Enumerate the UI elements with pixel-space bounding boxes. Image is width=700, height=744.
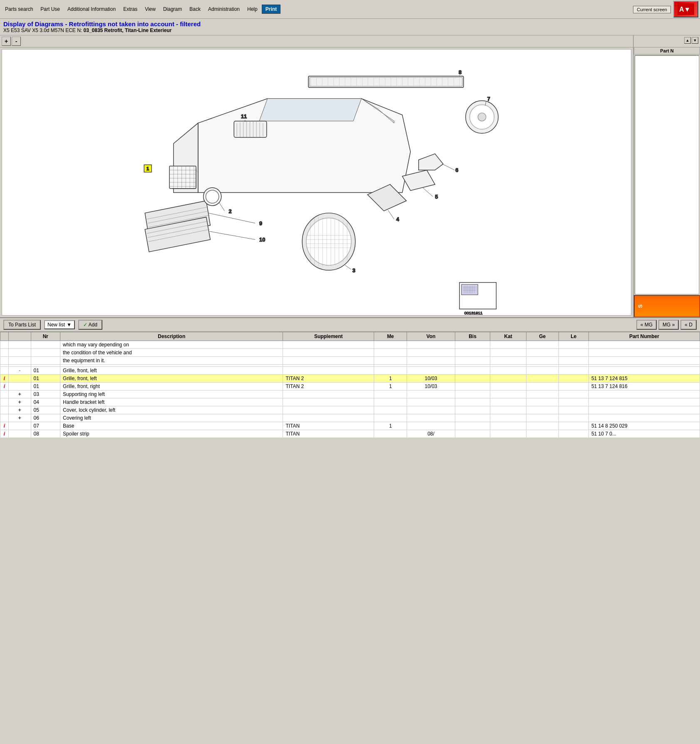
table-row[interactable]: i08Spoiler stripTITAN08/51 10 7 0... [0, 430, 700, 438]
table-row[interactable]: i07BaseTITAN151 14 8 250 029 [0, 422, 700, 430]
zoom-out-button[interactable]: - [12, 37, 21, 46]
row-icon [0, 398, 9, 406]
svg-text:4: 4 [396, 216, 400, 222]
plus-icon: + [18, 407, 21, 413]
parts-table-container: Nr Description Supplement Me Von Bis Kat… [0, 332, 700, 438]
row-supplement [283, 367, 374, 375]
svg-text:1: 1 [146, 166, 149, 171]
row-icon: i [0, 422, 9, 430]
svg-point-87 [306, 218, 351, 265]
menu-parts-search[interactable]: Parts search [2, 5, 36, 13]
row-nr: 04 [31, 398, 60, 406]
col-part-number: Part Number [588, 332, 700, 341]
svg-text:5: 5 [435, 194, 438, 200]
col-le: Le [559, 332, 588, 341]
row-von: 10/03 [407, 375, 455, 383]
table-row[interactable]: which may vary depending on [0, 341, 700, 349]
row-description: Supporting ring left [60, 391, 283, 398]
scroll-up-arrow[interactable]: ▲ [684, 37, 691, 44]
row-ge [526, 341, 559, 349]
nav-prev-mg-button[interactable]: « MG [636, 320, 657, 330]
menu-back[interactable]: Back [186, 5, 204, 13]
menu-help[interactable]: Help [244, 5, 261, 13]
row-le [559, 349, 588, 357]
menu-extras[interactable]: Extras [120, 5, 141, 13]
nav-d-button[interactable]: « D [680, 320, 697, 330]
table-row[interactable]: +04Handle bracket left [0, 398, 700, 406]
new-list-dropdown[interactable]: New list ▼ [44, 320, 75, 329]
plus-icon: + [18, 399, 21, 405]
nav-next-mg-button[interactable]: MG » [658, 320, 679, 330]
menu-diagram[interactable]: Diagram [160, 5, 185, 13]
zoom-in-button[interactable]: + [2, 37, 11, 46]
page-title: Display of Diagrams - Retrofittings not … [3, 20, 697, 27]
row-supplement [283, 391, 374, 398]
row-description: Grille, front, left [60, 367, 283, 375]
row-von: 10/03 [407, 383, 455, 391]
row-part-number [588, 398, 700, 406]
svg-point-77 [478, 113, 486, 121]
row-kat [490, 414, 526, 422]
row-description: Handle bracket left [60, 398, 283, 406]
row-supplement [283, 414, 374, 422]
add-button[interactable]: ✓ Add [78, 320, 102, 330]
title-bar: Display of Diagrams - Retrofittings not … [0, 19, 700, 35]
table-row[interactable]: the equipment in it. [0, 357, 700, 365]
row-le [559, 430, 588, 438]
subtitle-text: X5 E53 SAV X5 3.0d M57N ECE N: [3, 27, 84, 33]
scroll-down-arrow[interactable]: ▼ [692, 37, 698, 44]
svg-text:00131911: 00131911 [464, 311, 483, 315]
table-row[interactable]: +06Covering left [0, 414, 700, 422]
row-part-number [588, 391, 700, 398]
row-bis [455, 341, 490, 349]
menu-print[interactable]: Print [262, 5, 280, 14]
row-kat [490, 422, 526, 430]
table-row[interactable]: the condition of the vehicle and [0, 349, 700, 357]
table-row[interactable]: +05Cover, lock cylinder, left [0, 406, 700, 414]
svg-text:6: 6 [455, 167, 458, 173]
svg-text:8: 8 [459, 69, 462, 75]
part-number-header: Part N [634, 47, 700, 55]
nav-button-group: « MG MG » « D [636, 320, 697, 330]
diagram-canvas: 1 9 10 [2, 49, 631, 316]
menu-administration[interactable]: Administration [205, 5, 243, 13]
row-me [374, 398, 407, 406]
row-icon [0, 414, 9, 422]
row-icon: i [0, 383, 9, 391]
table-row[interactable]: i01Grille, front, leftTITAN 2110/0351 13… [0, 375, 700, 383]
row-le [559, 414, 588, 422]
col-bis: Bis [455, 332, 490, 341]
svg-text:10: 10 [259, 236, 265, 243]
row-description: the condition of the vehicle and [60, 349, 283, 357]
action-bar: To Parts List New list ▼ ✓ Add « MG MG »… [0, 318, 700, 332]
menu-part-use[interactable]: Part Use [37, 5, 63, 13]
row-description: Base [60, 422, 283, 430]
menu-view[interactable]: View [141, 5, 159, 13]
table-row[interactable]: i01Grille, front, rightTITAN 2110/0351 1… [0, 383, 700, 391]
row-kat [490, 367, 526, 375]
row-nr: 03 [31, 391, 60, 398]
row-von [407, 398, 455, 406]
main-content: + - [0, 35, 700, 317]
current-screen-button[interactable]: Current screen [633, 6, 671, 13]
svg-text:A▼: A▼ [679, 6, 690, 13]
orange-side-button[interactable]: S [634, 295, 700, 317]
to-parts-list-button[interactable]: To Parts List [3, 320, 41, 330]
table-row[interactable]: -01Grille, front, left [0, 367, 700, 375]
row-ge [526, 406, 559, 414]
row-von [407, 357, 455, 365]
menu-bar: Parts search Part Use Additional Informa… [0, 0, 700, 19]
menu-additional-info[interactable]: Additional Information [64, 5, 119, 13]
row-nr: 01 [31, 383, 60, 391]
row-symbol [9, 422, 31, 430]
table-row[interactable]: +03Supporting ring left [0, 391, 700, 398]
col-nr: Nr [31, 332, 60, 341]
table-header-row: Nr Description Supplement Me Von Bis Kat… [0, 332, 700, 341]
row-part-number: 51 13 7 124 815 [588, 375, 700, 383]
row-supplement [283, 341, 374, 349]
row-nr [31, 357, 60, 365]
minus-icon: - [19, 368, 20, 373]
plus-icon: + [18, 391, 21, 397]
row-symbol: + [9, 391, 31, 398]
row-symbol [9, 349, 31, 357]
